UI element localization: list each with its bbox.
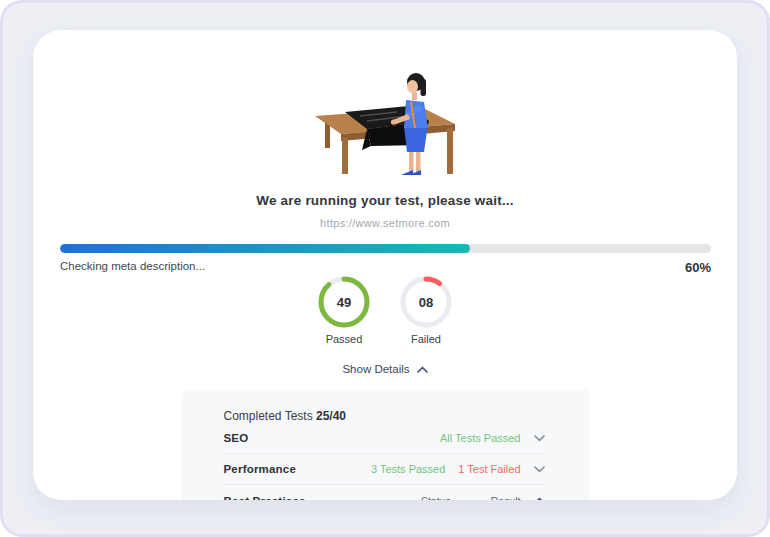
test-row-seo[interactable]: SEO All Tests Passed [224,423,545,454]
row-label: Performance [224,463,297,475]
failed-label: Failed [411,333,441,345]
progress-fill [60,244,470,253]
show-details-button[interactable]: Show Details [342,363,427,375]
progress-percent: 60% [685,260,711,275]
gauge-passed: 49 Passed [313,276,375,345]
tested-url: https://www.setmore.com [33,217,737,229]
row-label: SEO [224,432,249,444]
completed-tests-title: Completed Tests 25/40 [224,409,545,423]
completed-tests-count: 25/40 [316,409,346,423]
column-result: Result [491,495,521,501]
person-at-table-illustration-icon [305,52,465,176]
completed-tests-text: Completed Tests [224,409,313,423]
passed-label: Passed [326,333,363,345]
failed-ring-icon: 08 [400,276,452,328]
show-details-label: Show Details [342,363,409,375]
gauge-failed: 08 Failed [395,276,457,345]
progress-status-text: Checking meta description... [60,260,205,272]
test-row-best-practices[interactable]: Best Practices Status Result [224,485,545,500]
column-status: Status [421,495,451,501]
chevron-down-icon[interactable] [534,466,545,473]
progress-bar [60,244,711,253]
progress-status-row: Checking meta description... 60% [60,260,711,275]
row-label: Best Practices [224,495,306,501]
page-title: We are running your test, please wait... [33,193,737,208]
passed-ring-icon: 49 [318,276,370,328]
chevron-down-icon[interactable] [534,435,545,442]
details-panel: Completed Tests 25/40 SEO All Tests Pass… [182,390,589,500]
row-passed-text: All Tests Passed [440,432,521,444]
row-failed-text: 1 Test Failed [458,463,520,475]
test-row-performance[interactable]: Performance 3 Tests Passed 1 Test Failed [224,454,545,485]
illustration-person-at-table [305,52,465,176]
passed-count: 49 [318,276,370,328]
chevron-up-icon [417,366,428,373]
main-card: We are running your test, please wait...… [33,30,737,500]
row-passed-text: 3 Tests Passed [371,463,445,475]
failed-count: 08 [400,276,452,328]
result-gauges: 49 Passed 08 Failed [33,276,737,345]
chevron-up-icon[interactable] [534,497,545,500]
